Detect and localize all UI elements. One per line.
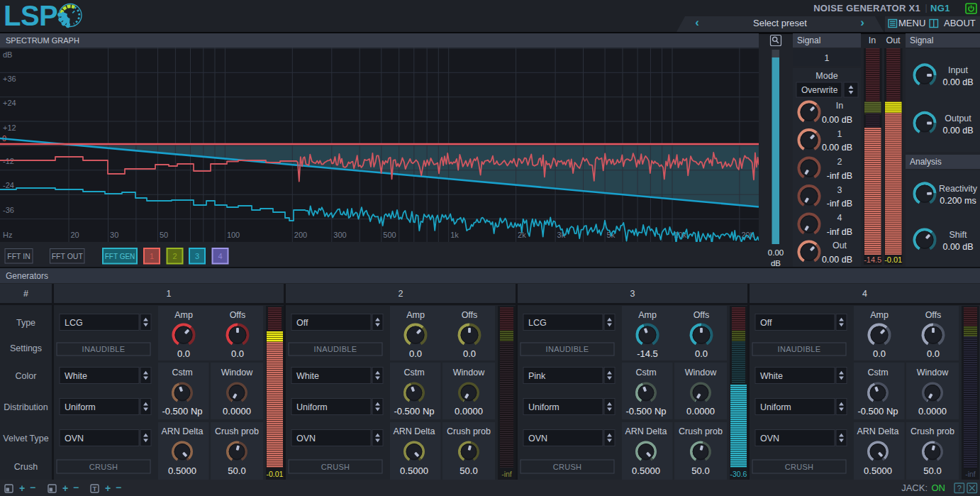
svg-text:Amp: Amp [870,310,889,320]
svg-text:|: | [925,3,927,13]
svg-text:LCG: LCG [65,318,83,328]
svg-text:INAUDIBLE: INAUDIBLE [314,345,357,353]
svg-text:50.0: 50.0 [923,465,941,476]
svg-text:0.0: 0.0 [927,348,940,359]
svg-text:ON: ON [932,483,946,493]
svg-text:INAUDIBLE: INAUDIBLE [778,345,821,353]
svg-text:SPECTRUM GRAPH: SPECTRUM GRAPH [6,36,79,45]
svg-text:+: + [62,483,68,494]
svg-text:Distribution: Distribution [4,402,48,412]
svg-text:-inf: -inf [965,470,976,478]
svg-text:Crush prob: Crush prob [447,426,491,436]
svg-text:Signal: Signal [797,35,820,45]
svg-text:Cstm: Cstm [172,368,192,377]
svg-text:0.0000: 0.0000 [223,406,251,417]
svg-text:Output: Output [945,114,971,123]
svg-text:Generators: Generators [6,271,48,281]
svg-text:Window: Window [917,368,949,377]
svg-text:dB: dB [3,50,12,59]
svg-text:Type: Type [16,318,35,328]
svg-text:OVN: OVN [760,434,779,443]
svg-text:dB: dB [771,259,781,268]
svg-text:2: 2 [172,252,177,260]
svg-text:Offs: Offs [925,310,942,320]
svg-text:Crush prob: Crush prob [911,426,954,436]
svg-text:1: 1 [150,252,154,260]
svg-text:+: + [19,483,25,494]
svg-text:50: 50 [160,231,168,239]
svg-text:Cstm: Cstm [403,368,424,377]
svg-text:Settings: Settings [10,343,42,353]
svg-text:-24: -24 [3,181,14,189]
svg-text:0.5000: 0.5000 [168,465,196,476]
svg-text:0.0: 0.0 [873,348,886,359]
svg-text:Offs: Offs [694,310,710,320]
svg-text:CRUSH: CRUSH [785,463,814,471]
svg-text:-30.6: -30.6 [730,470,747,478]
svg-text:4: 4 [218,252,222,260]
svg-text:0.200 ms: 0.200 ms [940,196,976,206]
svg-text:−: − [30,482,35,493]
svg-text:-14.5: -14.5 [637,348,658,359]
svg-text:White: White [760,371,783,381]
svg-text:100: 100 [227,231,240,239]
svg-text:50.0: 50.0 [228,465,245,476]
svg-text:1: 1 [167,289,172,299]
svg-text:Velvet Type: Velvet Type [3,434,48,443]
svg-text:-0.01: -0.01 [884,255,902,264]
svg-text:NG1: NG1 [930,3,950,13]
svg-text:-0.500 Np: -0.500 Np [625,406,666,417]
svg-text:Shift: Shift [949,230,967,240]
svg-text:0.00 dB: 0.00 dB [822,255,852,265]
svg-text:CRUSH: CRUSH [553,463,582,471]
svg-text:Window: Window [453,368,485,377]
svg-text:30: 30 [110,231,118,239]
svg-text:Off: Off [296,318,308,328]
svg-text:0.5000: 0.5000 [864,465,892,476]
svg-text:0.0: 0.0 [463,348,476,359]
svg-text:LSP: LSP [4,0,57,31]
svg-text:-36: -36 [3,206,14,214]
svg-text:INAUDIBLE: INAUDIBLE [82,345,126,353]
svg-text:0.0: 0.0 [177,348,190,359]
svg-text:CRUSH: CRUSH [89,463,118,471]
svg-text:+12: +12 [3,123,16,132]
svg-text:T: T [93,485,97,492]
svg-text:4: 4 [837,213,842,223]
svg-text:FFT IN: FFT IN [7,252,30,260]
svg-text:0.0000: 0.0000 [686,406,715,417]
svg-text:50.0: 50.0 [691,465,709,476]
svg-text:Uniform: Uniform [760,402,791,412]
svg-text:1: 1 [825,53,830,63]
svg-text:-inf dB: -inf dB [827,171,852,181]
svg-text:Uniform: Uniform [296,402,328,412]
svg-text:-inf dB: -inf dB [827,199,852,209]
svg-text:Window: Window [221,368,253,377]
svg-text:3: 3 [195,252,199,260]
svg-text:CRUSH: CRUSH [321,463,350,471]
svg-text:0.0: 0.0 [409,348,422,359]
svg-text:Crush prob: Crush prob [679,426,723,436]
svg-text:OVN: OVN [65,434,84,443]
svg-text:ARN Delta: ARN Delta [857,426,898,436]
svg-text:−: − [116,482,121,493]
svg-text:ARN Delta: ARN Delta [161,426,203,436]
svg-text:Amp: Amp [406,310,425,320]
svg-text:4: 4 [862,289,867,299]
svg-text:Analysis: Analysis [910,157,942,167]
svg-text:ARN Delta: ARN Delta [625,426,667,436]
svg-text:1k: 1k [450,231,459,239]
svg-text:-0.500 Np: -0.500 Np [162,406,202,417]
svg-text:Offs: Offs [230,310,246,320]
svg-text:3: 3 [630,289,635,299]
svg-text:?: ? [957,484,962,492]
svg-text:Crush: Crush [14,462,38,472]
svg-text:White: White [296,371,319,381]
svg-text:Mode: Mode [815,71,837,81]
svg-text:›: › [860,16,864,29]
svg-text:Signal: Signal [910,35,933,45]
svg-text:0.5000: 0.5000 [632,465,660,476]
svg-text:Color: Color [16,371,37,381]
svg-text:Crush prob: Crush prob [215,426,259,436]
svg-text:+: + [105,483,111,494]
